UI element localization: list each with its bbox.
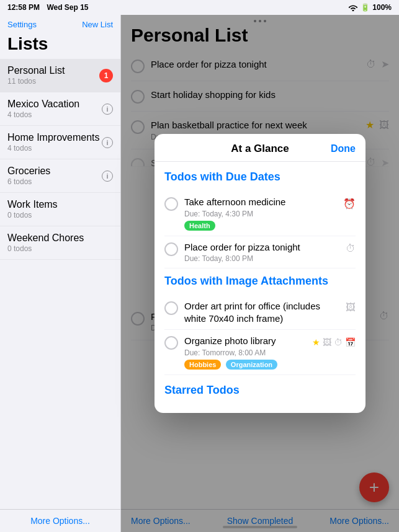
- sidebar-item-name-personal: Personal List: [7, 65, 65, 76]
- sidebar-item-personal[interactable]: Personal List 11 todos 1: [0, 59, 120, 92]
- sidebar-item-name-work: Work Items: [7, 199, 58, 210]
- status-date: Wed Sep 15: [47, 3, 88, 12]
- modal-tag-organization: Organization: [226, 360, 277, 370]
- modal-todo-artprint[interactable]: Order art print for office (includes whi…: [164, 295, 356, 330]
- modal-todo-circle-pizza[interactable]: [164, 242, 178, 256]
- modal-todo-circle-artprint[interactable]: [164, 301, 178, 315]
- sidebar-item-name-mexico: Mexico Vacation: [7, 99, 79, 110]
- sidebar-item-name-groceries: Groceries: [7, 166, 50, 177]
- sidebar-item-work[interactable]: Work Items 0 todos: [0, 193, 120, 226]
- modal-todo-due-pizza: Due: Today, 8:00 PM: [184, 254, 339, 263]
- image-icon-photolibrary: 🖼: [323, 337, 331, 347]
- modal-todo-name-medicine: Take afternoon medicine: [184, 196, 337, 208]
- modal-header: At a Glance Done: [155, 134, 365, 162]
- modal-todo-name-artprint: Order art print for office (includes whi…: [184, 300, 339, 324]
- modal-todo-due-photolibrary: Due: Tomorrow, 8:00 AM: [184, 348, 306, 357]
- modal-overlay[interactable]: At a Glance Done Todos with Due Dates Ta…: [121, 15, 399, 532]
- image-icon-artprint: 🖼: [346, 302, 356, 313]
- modal-todo-circle-photolibrary[interactable]: [164, 336, 178, 350]
- modal-todo-name-pizza: Place order for pizza tonight: [184, 241, 339, 254]
- sidebar-item-count-mexico: 4 todos: [7, 110, 79, 119]
- modal-section-2-title: Todos with Image Attachments: [164, 275, 356, 288]
- sidebar-item-count-personal: 11 todos: [7, 77, 65, 86]
- battery-level: 100%: [372, 3, 392, 12]
- battery-icon: 🔋: [361, 3, 370, 12]
- sidebar-header: Settings New List: [0, 15, 120, 32]
- sidebar-item-badge-personal: 1: [99, 69, 113, 82]
- modal-todo-photolibrary[interactable]: Organize photo library Due: Tomorrow, 8:…: [164, 330, 356, 375]
- modal-todo-tag-health: Health: [184, 221, 215, 231]
- settings-button[interactable]: Settings: [7, 20, 37, 29]
- calendar-icon-photolibrary: 📅: [345, 337, 356, 347]
- modal-section-1-title: Todos with Due Dates: [164, 171, 356, 184]
- sidebar: Settings New List Lists Personal List 11…: [0, 15, 121, 532]
- sidebar-item-info-groceries: i: [102, 171, 113, 182]
- sidebar-item-count-work: 0 todos: [7, 211, 58, 219]
- sidebar-item-name-home: Home Improvements: [7, 132, 100, 143]
- sidebar-item-count-weekend: 0 todos: [7, 244, 84, 253]
- modal-title: At a Glance: [189, 143, 331, 155]
- modal-section-3-title: Starred Todos: [164, 384, 356, 397]
- sidebar-item-name-weekend: Weekend Chores: [7, 233, 84, 244]
- overdue-clock-icon: ⏰: [343, 198, 356, 210]
- modal-todo-due-medicine: Due: Today, 4:30 PM: [184, 210, 337, 218]
- app-container: Settings New List Lists Personal List 11…: [0, 15, 399, 532]
- modal-section-3: Starred Todos: [164, 381, 356, 397]
- sidebar-item-count-home: 4 todos: [7, 144, 100, 153]
- status-time: 12:58 PM: [7, 3, 40, 12]
- status-time-date: 12:58 PM Wed Sep 15: [7, 3, 89, 12]
- sidebar-more-options[interactable]: More Options...: [0, 509, 120, 532]
- wifi-icon: [348, 4, 358, 11]
- sidebar-item-weekend[interactable]: Weekend Chores 0 todos: [0, 226, 120, 260]
- sidebar-items-list: Personal List 11 todos 1 Mexico Vacation…: [0, 59, 120, 509]
- clock-icon-pizza: ⏱: [346, 243, 356, 254]
- at-a-glance-modal: At a Glance Done Todos with Due Dates Ta…: [155, 134, 365, 413]
- main-panel: Personal List Place order for pizza toni…: [121, 15, 399, 532]
- status-indicators: 🔋 100%: [348, 3, 392, 12]
- status-bar: 12:58 PM Wed Sep 15 🔋 100%: [0, 0, 399, 15]
- sidebar-item-mexico[interactable]: Mexico Vacation 4 todos i: [0, 92, 120, 126]
- sidebar-item-count-groceries: 6 todos: [7, 177, 50, 186]
- modal-done-button[interactable]: Done: [331, 143, 356, 154]
- sidebar-item-info-home: i: [102, 137, 113, 148]
- sidebar-title: Lists: [0, 32, 120, 59]
- sidebar-item-home[interactable]: Home Improvements 4 todos i: [0, 126, 120, 159]
- clock-icon-photolibrary: ⏱: [334, 337, 343, 347]
- modal-todo-medicine[interactable]: Take afternoon medicine Due: Today, 4:30…: [164, 191, 356, 236]
- modal-todo-pizza[interactable]: Place order for pizza tonight Due: Today…: [164, 236, 356, 269]
- sidebar-item-info-mexico: i: [102, 104, 113, 115]
- modal-body: Todos with Due Dates Take afternoon medi…: [155, 162, 365, 413]
- modal-todo-circle-medicine[interactable]: [164, 197, 178, 211]
- new-list-button[interactable]: New List: [82, 20, 113, 29]
- sidebar-item-groceries[interactable]: Groceries 6 todos i: [0, 159, 120, 193]
- modal-tag-hobbies: Hobbies: [184, 360, 221, 370]
- star-icon-photolibrary: ★: [312, 337, 320, 347]
- modal-todo-name-photolibrary: Organize photo library: [184, 335, 306, 347]
